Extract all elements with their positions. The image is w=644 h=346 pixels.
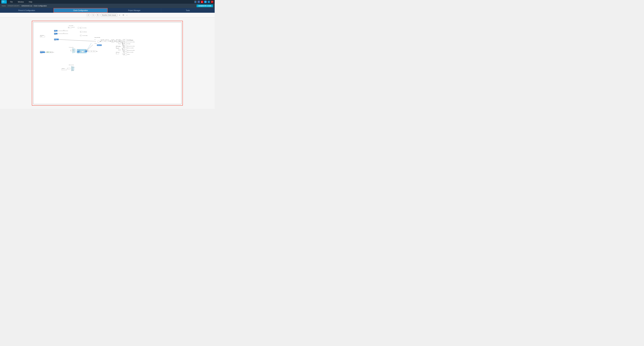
tab-clock[interactable]: Clock Configuration — [54, 8, 108, 13]
menu-help[interactable]: Help — [29, 1, 32, 3]
zoom-reset-icon[interactable]: ⊙ — [122, 13, 125, 16]
diagram-outer-border: RTC Clock Mux /128 HSE_RTC ◁ 40 To RTC (… — [32, 21, 183, 106]
diagram-wrapper: RTC Clock Mux /128 HSE_RTC ◁ 40 To RTC (… — [0, 17, 215, 109]
twitter-icon: t — [204, 1, 206, 3]
svg-text:72: 72 — [94, 51, 95, 52]
zoom-out-icon[interactable]: − — [126, 14, 128, 16]
svg-text:(MHz) MCO: (MHz) MCO — [62, 68, 65, 69]
svg-text:72: 72 — [124, 43, 125, 44]
stm32-logo: STM32 CubeMX — [1, 0, 7, 3]
svg-text:/1: /1 — [68, 68, 68, 69]
refresh-button[interactable]: ↻ — [96, 13, 100, 16]
svg-text:72: 72 — [124, 41, 125, 42]
breadcrumb-file: AD9220ADC.ioc - Clock Configuration — [21, 5, 47, 7]
svg-text:72: 72 — [124, 39, 125, 40]
svg-text:PCLK2: PCLK2 — [119, 46, 121, 47]
undo-button[interactable]: ↩ — [86, 13, 90, 16]
svg-text:LSE: LSE — [63, 30, 64, 31]
linkedin-icon: in — [208, 1, 210, 3]
svg-text:ADC Prescaler: ADC Prescaler — [116, 52, 120, 53]
svg-text:LSE: LSE — [55, 30, 56, 31]
resolve-clock-button[interactable]: Resolve Clock Issues — [100, 14, 118, 16]
clock-diagram-container[interactable]: RTC Clock Mux /128 HSE_RTC ◁ 40 To RTC (… — [33, 22, 182, 104]
svg-text:HSE: HSE — [47, 52, 49, 53]
svg-text:HSI: HSI — [73, 49, 74, 50]
breadcrumb-bar: Home › STM32F103C8Tx › AD9220ADC.ioc - C… — [0, 4, 215, 8]
svg-text:/1: /1 — [106, 41, 106, 41]
breadcrumb-chip[interactable]: STM32F103C8Tx — [8, 5, 20, 7]
svg-text:MCO source Mux: MCO source Mux — [69, 65, 74, 65]
tab-project[interactable]: Project Manager — [108, 8, 161, 13]
svg-text:APB1 Timer clocks (MHz): APB1 Timer clocks (MHz) — [127, 48, 134, 48]
svg-text:LS: LS — [63, 33, 64, 33]
menu-window[interactable]: Window — [18, 1, 24, 3]
st-icon: ST — [211, 1, 213, 3]
redo-button[interactable]: ↪ — [91, 13, 95, 16]
top-bar-right: 👤 f ▶ t in ST — [194, 1, 213, 3]
svg-text:8 MHz: 8 MHz — [54, 40, 56, 41]
svg-text:/2: /2 — [70, 50, 71, 51]
svg-text:HSE_RTC: HSE_RTC — [72, 27, 75, 28]
svg-text:X 9: X 9 — [80, 51, 81, 52]
facebook-icon: f — [198, 1, 200, 3]
svg-text:FCLK (MHz): FCLK (MHz) — [127, 43, 130, 44]
svg-text:72: 72 — [124, 52, 125, 53]
svg-text:HSE: HSE — [94, 41, 96, 42]
svg-text:/1: /1 — [116, 47, 117, 48]
svg-text:40 kHz: 40 kHz — [54, 34, 56, 35]
svg-text:40: 40 — [55, 33, 56, 34]
svg-text:To ADC1,2: To ADC1,2 — [127, 54, 130, 55]
svg-text:AHB Prescaler: AHB Prescaler — [106, 39, 109, 40]
youtube-icon: ▶ — [201, 1, 203, 3]
svg-text:72 MHz max: 72 MHz max — [116, 48, 119, 49]
svg-text:STM32: STM32 — [2, 1, 4, 2]
svg-text:X 2: X 2 — [119, 43, 120, 44]
svg-text:PLLCLK: PLLCLK — [72, 67, 74, 68]
svg-text:1: 1 — [41, 52, 41, 53]
svg-text:40: 40 — [80, 32, 81, 32]
svg-text:APB2 peripheral clocks (MHz): APB2 peripheral clocks (MHz) — [127, 50, 134, 51]
menu-file[interactable]: File — [10, 1, 13, 3]
svg-line-152 — [122, 48, 124, 52]
svg-text:72: 72 — [101, 40, 102, 41]
svg-text:To Cortex System timer (MHz): To Cortex System timer (MHz) — [127, 42, 135, 42]
svg-text:/1: /1 — [92, 51, 92, 52]
toolbar: ↩ ↪ ↻ Resolve Clock Issues + ⊙ − — [0, 13, 215, 17]
breadcrumb-home[interactable]: Home — [2, 5, 6, 7]
svg-text:To FLIT/PCLK (MHz): To FLIT/PCLK (MHz) — [82, 35, 88, 36]
breadcrumbs: Home › STM32F103C8Tx › AD9220ADC.ioc - C… — [2, 5, 47, 7]
generate-code-button[interactable]: GENERATE CODE — [196, 4, 213, 7]
svg-text:APB2 timer clocks (MHz): APB2 timer clocks (MHz) — [127, 52, 133, 53]
svg-text:Input frequency: Input frequency — [40, 35, 44, 36]
svg-text:PLL: PLL — [78, 53, 79, 53]
svg-text:X 9 ▼: X 9 ▼ — [88, 51, 89, 52]
svg-line-150 — [122, 42, 124, 48]
svg-text:System Clock Mux: System Clock Mux — [94, 37, 100, 38]
svg-text:72: 72 — [112, 40, 113, 41]
zoom-in-icon[interactable]: + — [118, 14, 121, 16]
tab-pinout[interactable]: Pinout & Configuration — [0, 8, 54, 13]
svg-text:To IWDG (KHz): To IWDG (KHz) — [83, 32, 87, 32]
svg-text:To RTC (KHz): To RTC (KHz) — [83, 28, 86, 28]
svg-text:*PLLM: *PLLM — [78, 50, 80, 51]
svg-text:4-16 MHz: 4-16 MHz — [40, 53, 42, 54]
sep2: › — [20, 5, 21, 7]
svg-text:36 MHz max: 36 MHz max — [116, 42, 119, 42]
rtc-clock-mux-label: RTC Clock Mux — [69, 25, 74, 26]
svg-line-153 — [122, 54, 124, 54]
svg-text:HSE: HSE — [73, 51, 74, 51]
svg-text:/2: /2 — [116, 53, 117, 54]
svg-text:HCLK (MHz): HCLK (MHz) — [111, 39, 114, 40]
svg-text:HCLK to AHB bus, core,: HCLK to AHB bus, core, — [127, 39, 133, 40]
top-bar-left: STM32 CubeMX File Window Help — [1, 0, 32, 3]
svg-point-37 — [98, 40, 100, 42]
svg-text:APB1 peripheral clocks (MHz): APB1 peripheral clocks (MHz) — [127, 46, 134, 46]
svg-text:/128: /128 — [68, 27, 70, 28]
svg-text:CubeMX: CubeMX — [2, 2, 4, 3]
svg-line-149 — [122, 42, 124, 46]
tab-tools[interactable]: Tools — [161, 8, 215, 13]
svg-text:72 MHz max: 72 MHz max — [111, 42, 114, 42]
svg-text:/2: /2 — [116, 41, 117, 41]
svg-text:▼: ▼ — [82, 51, 82, 52]
svg-rect-139 — [62, 69, 66, 70]
